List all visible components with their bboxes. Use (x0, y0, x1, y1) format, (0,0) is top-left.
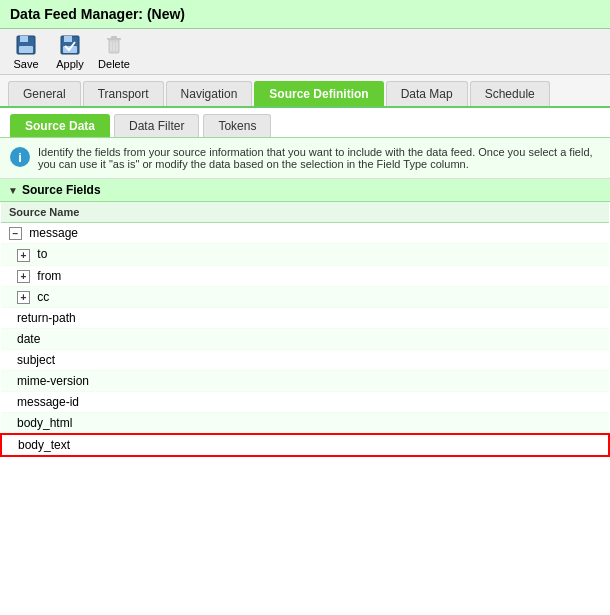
tree-node-cc[interactable]: + cc (1, 286, 609, 307)
table-row: subject (1, 350, 609, 371)
table-row: + from (1, 265, 609, 286)
info-box: i Identify the fields from your source i… (0, 138, 610, 179)
svg-rect-1 (20, 36, 28, 42)
tabs-row: General Transport Navigation Source Defi… (0, 75, 610, 108)
svg-rect-4 (64, 36, 72, 42)
table-row: mime-version (1, 371, 609, 392)
table-row: body_html (1, 413, 609, 435)
table-row: + cc (1, 286, 609, 307)
tree-node-body-text[interactable]: body_text (1, 434, 609, 456)
tab-transport[interactable]: Transport (83, 81, 164, 106)
triangle-icon: ▼ (8, 185, 18, 196)
table-row: + to (1, 244, 609, 265)
source-table: Source Name − message + to (0, 202, 610, 457)
table-row: message-id (1, 392, 609, 413)
delete-icon (102, 33, 126, 57)
table-row: body_text (1, 434, 609, 456)
tree-node-subject[interactable]: subject (1, 350, 609, 371)
save-button[interactable]: Save (8, 33, 44, 70)
delete-button[interactable]: Delete (96, 33, 132, 70)
tree-node-to[interactable]: + to (1, 244, 609, 265)
tree-node-message[interactable]: − message (1, 223, 609, 244)
svg-rect-8 (111, 36, 117, 39)
svg-rect-2 (19, 46, 33, 53)
tree-node-date[interactable]: date (1, 329, 609, 350)
tab-data-map[interactable]: Data Map (386, 81, 468, 106)
save-icon (14, 33, 38, 57)
expand-icon-from[interactable]: + (17, 270, 30, 283)
tab-source-definition[interactable]: Source Definition (254, 81, 383, 106)
tree-node-return-path[interactable]: return-path (1, 308, 609, 329)
tree-node-from[interactable]: + from (1, 265, 609, 286)
tab-schedule[interactable]: Schedule (470, 81, 550, 106)
main-content: Source Data Data Filter Tokens i Identif… (0, 108, 610, 457)
info-icon: i (10, 147, 30, 167)
expand-icon-message[interactable]: − (9, 227, 22, 240)
tree-node-message-id[interactable]: message-id (1, 392, 609, 413)
toolbar: Save Apply Delete (0, 29, 610, 75)
sub-tab-data-filter[interactable]: Data Filter (114, 114, 199, 137)
tree-node-body-html[interactable]: body_html (1, 413, 609, 435)
expand-icon-to[interactable]: + (17, 249, 30, 262)
tab-general[interactable]: General (8, 81, 81, 106)
table-row: − message (1, 223, 609, 244)
title-bar: Data Feed Manager: (New) (0, 0, 610, 29)
page-title: Data Feed Manager: (New) (10, 6, 185, 22)
tree-node-mime-version[interactable]: mime-version (1, 371, 609, 392)
tab-navigation[interactable]: Navigation (166, 81, 253, 106)
table-row: return-path (1, 308, 609, 329)
info-text: Identify the fields from your source inf… (38, 146, 600, 170)
table-row: date (1, 329, 609, 350)
apply-icon (58, 33, 82, 57)
sub-tabs-row: Source Data Data Filter Tokens (0, 108, 610, 138)
expand-icon-cc[interactable]: + (17, 291, 30, 304)
column-header-source-name: Source Name (1, 202, 609, 223)
apply-button[interactable]: Apply (52, 33, 88, 70)
section-header: ▼ Source Fields (0, 179, 610, 202)
sub-tab-tokens[interactable]: Tokens (203, 114, 271, 137)
sub-tab-source-data[interactable]: Source Data (10, 114, 110, 137)
section-title: Source Fields (22, 183, 101, 197)
